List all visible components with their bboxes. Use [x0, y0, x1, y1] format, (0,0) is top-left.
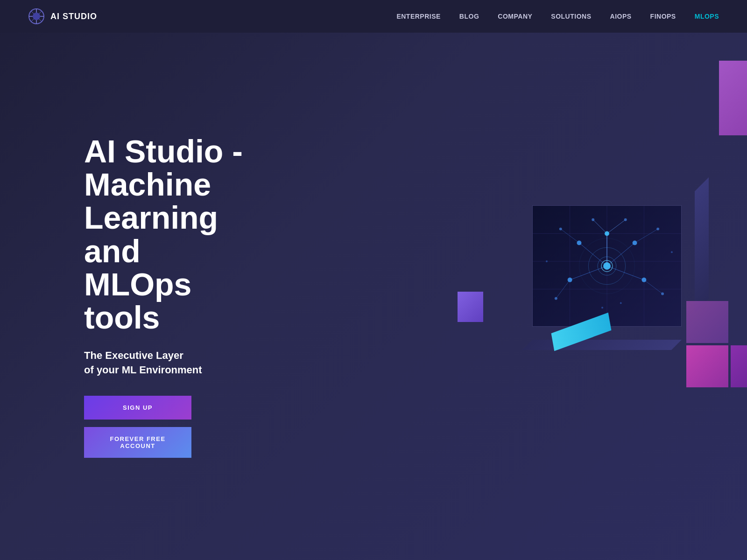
svg-point-25 — [633, 240, 637, 245]
cube-1 — [686, 345, 728, 387]
svg-line-17 — [593, 220, 607, 234]
svg-point-32 — [661, 293, 664, 295]
svg-point-35 — [671, 251, 673, 253]
hero-content: AI Studio - Machine Learning and MLOps t… — [0, 98, 280, 496]
deco-purple-left — [458, 292, 483, 322]
nav-aiops[interactable]: AIOPS — [610, 13, 632, 20]
nav-finops[interactable]: FINOPS — [650, 13, 676, 20]
hero-subtitle-line1: The Executive Layer — [84, 350, 183, 361]
cube-2 — [731, 345, 747, 387]
logo-icon — [28, 8, 45, 25]
svg-point-38 — [620, 302, 622, 304]
nav-links: ENTERPRISE BLOG COMPANY SOLUTIONS AIOPS … — [396, 13, 719, 20]
svg-point-28 — [605, 231, 609, 236]
hero-subtitle-line2: of your ML Environment — [84, 364, 202, 376]
network-visualization — [533, 206, 681, 326]
screen-bottom-face — [522, 340, 682, 350]
hero-illustration — [420, 33, 747, 560]
svg-point-37 — [601, 307, 603, 308]
svg-point-36 — [546, 260, 548, 262]
svg-line-16 — [644, 280, 662, 294]
svg-line-14 — [635, 229, 658, 243]
svg-point-26 — [568, 278, 572, 282]
nav-mlops[interactable]: MLOPS — [695, 13, 719, 20]
svg-point-29 — [559, 228, 562, 231]
free-account-button[interactable]: FOREVER FREE ACCOUNT — [84, 427, 191, 458]
svg-point-24 — [577, 240, 582, 245]
svg-point-27 — [641, 278, 646, 282]
screen-front — [532, 205, 682, 327]
svg-point-30 — [656, 228, 659, 231]
nav-company[interactable]: COMPANY — [498, 13, 532, 20]
svg-line-18 — [607, 220, 626, 234]
nav-blog[interactable]: BLOG — [459, 13, 479, 20]
logo-text: AI STUDIO — [50, 12, 97, 21]
signup-button[interactable]: SIGN UP — [84, 396, 191, 420]
svg-point-33 — [592, 218, 594, 221]
screen-right-face — [695, 177, 709, 313]
svg-point-31 — [555, 297, 557, 300]
deco-pink — [719, 61, 747, 135]
iso-scene — [444, 168, 724, 425]
hero-section: AI Studio - Machine Learning and MLOps t… — [0, 0, 747, 560]
hero-title: AI Studio - Machine Learning and MLOps t… — [84, 135, 252, 335]
navbar: AI STUDIO ENTERPRISE BLOG COMPANY SOLUTI… — [0, 0, 747, 33]
svg-point-21 — [603, 262, 611, 270]
hero-subtitle: The Executive Layer of your ML Environme… — [84, 349, 252, 378]
nav-solutions[interactable]: SOLUTIONS — [551, 13, 591, 20]
cube-3 — [686, 301, 728, 343]
logo[interactable]: AI STUDIO — [28, 8, 97, 25]
svg-point-34 — [624, 218, 627, 221]
nav-enterprise[interactable]: ENTERPRISE — [396, 13, 440, 20]
